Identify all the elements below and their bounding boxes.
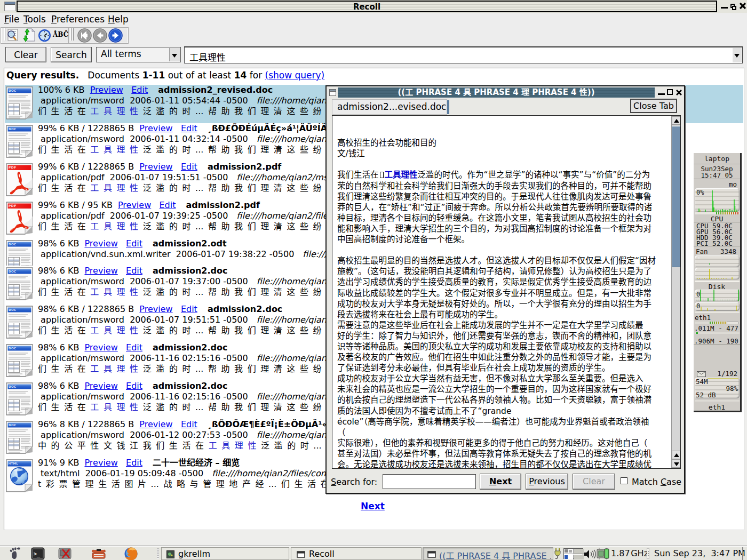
svg-text:DOC: DOC	[9, 127, 16, 131]
svg-text:DOC: DOC	[9, 423, 16, 427]
svg-text:DOC: DOC	[9, 89, 16, 92]
svg-text:DOC: DOC	[9, 385, 16, 388]
svg-text:DOC: DOC	[9, 347, 16, 350]
svg-text:DOC: DOC	[9, 270, 16, 273]
svg-text:DOC: DOC	[9, 243, 16, 246]
svg-text:PDF: PDF	[9, 204, 17, 207]
svg-text:>_: >_	[34, 551, 41, 557]
svg-text:DOC: DOC	[9, 308, 16, 311]
svg-text:HTML: HTML	[9, 462, 19, 465]
svg-text:PDF: PDF	[9, 165, 17, 169]
